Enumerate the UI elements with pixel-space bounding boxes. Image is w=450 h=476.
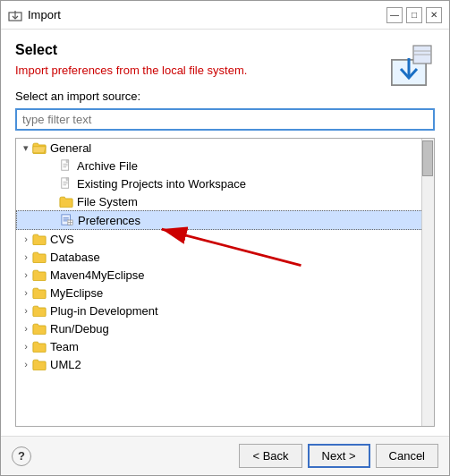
preferences-file-icon	[61, 214, 73, 226]
expand-icon[interactable]: ›	[20, 268, 32, 281]
item-label-uml: UML2	[50, 358, 81, 371]
item-label-cvs: CVS	[50, 233, 74, 246]
title-bar: Import — □ ✕	[1, 1, 449, 30]
expand-icon[interactable]: ›	[20, 233, 32, 245]
bottom-bar: ? < Back Next > Cancel	[1, 436, 449, 475]
title-bar-left: Import	[8, 8, 61, 22]
item-label-general: General	[50, 141, 91, 155]
close-button[interactable]: ✕	[426, 7, 442, 23]
title-bar-controls: — □ ✕	[386, 7, 442, 23]
tree-item-run-debug[interactable]: › Run/Debug	[16, 319, 434, 337]
tree-item-existing-projects[interactable]: Existing Projects into Workspace	[16, 174, 434, 192]
item-label-archive-file: Archive File	[77, 159, 138, 173]
svg-marker-14	[66, 178, 69, 181]
item-label-maven4myeclipse: Maven4MyEclipse	[50, 268, 145, 282]
page-title: Select	[15, 42, 379, 58]
file-icon	[59, 158, 73, 173]
expand-icon[interactable]: ›	[20, 304, 32, 317]
back-button[interactable]: < Back	[239, 444, 301, 468]
tree-item-myeclipse[interactable]: › MyEclipse	[16, 284, 434, 302]
folder-icon	[32, 234, 47, 245]
maximize-button[interactable]: □	[406, 7, 422, 23]
folder-icon	[32, 359, 47, 370]
item-label-file-system: File System	[77, 195, 138, 208]
bottom-right: < Back Next > Cancel	[239, 444, 438, 468]
expand-icon[interactable]: ›	[20, 358, 32, 370]
expand-icon[interactable]: ›	[20, 340, 32, 353]
folder-icon	[32, 268, 47, 282]
tree-item-general[interactable]: ▾ General	[16, 139, 434, 157]
cancel-button[interactable]: Cancel	[376, 444, 438, 468]
tree-item-preferences[interactable]: Preferences	[16, 210, 434, 230]
folder-open-icon	[32, 142, 47, 154]
folder-icon	[32, 285, 47, 300]
folder-icon	[59, 194, 73, 208]
file-icon	[59, 176, 73, 191]
expand-icon[interactable]: ›	[20, 251, 32, 263]
file-icon	[60, 177, 72, 190]
header-area: Select Import preferences from the local…	[15, 42, 435, 89]
folder-icon	[32, 357, 47, 371]
item-label-existing-projects: Existing Projects into Workspace	[77, 177, 246, 191]
tree-container[interactable]: ▾ General Archive File Existing Projects…	[15, 138, 435, 427]
folder-icon	[32, 250, 47, 264]
file-icon	[60, 159, 72, 172]
scrollbar-track[interactable]	[421, 139, 434, 426]
item-label-plug-in-development: Plug-in Development	[50, 304, 158, 318]
folder-icon	[32, 321, 47, 336]
window-title: Import	[28, 8, 61, 21]
item-label-myeclipse: MyEclipse	[50, 286, 103, 300]
svg-marker-9	[66, 160, 69, 163]
folder-icon	[32, 339, 47, 353]
expand-icon[interactable]: ›	[20, 322, 32, 335]
collapse-icon[interactable]: ▾	[20, 141, 32, 154]
import-graphic-icon	[388, 42, 435, 89]
folder-icon	[32, 303, 47, 318]
subtitle: Import preferences from the local file s…	[15, 64, 379, 77]
item-label-database: Database	[50, 251, 100, 264]
tree-item-file-system[interactable]: File System	[16, 192, 434, 210]
folder-open-icon	[32, 140, 47, 155]
tree-item-team[interactable]: › Team	[16, 337, 434, 355]
scrollbar-thumb[interactable]	[422, 140, 433, 176]
folder-icon	[32, 251, 47, 263]
content-area: Select Import preferences from the local…	[1, 30, 449, 436]
folder-icon	[32, 232, 47, 246]
header-text: Select Import preferences from the local…	[15, 42, 379, 89]
folder-icon	[32, 287, 47, 299]
item-label-preferences: Preferences	[78, 214, 140, 227]
item-label-run-debug: Run/Debug	[50, 322, 109, 336]
folder-icon	[32, 323, 47, 335]
tree-item-uml[interactable]: › UML2	[16, 355, 434, 373]
tree-item-maven4myeclipse[interactable]: › Maven4MyEclipse	[16, 266, 434, 284]
bottom-left: ?	[12, 446, 31, 466]
window-icon	[8, 8, 22, 22]
minimize-button[interactable]: —	[386, 7, 403, 23]
tree-item-archive-file[interactable]: Archive File	[16, 157, 434, 174]
filter-input[interactable]	[15, 108, 435, 131]
folder-icon	[32, 341, 47, 353]
section-label: Select an import source:	[15, 89, 435, 103]
folder-icon	[59, 196, 73, 208]
tree-item-cvs[interactable]: › CVS	[16, 230, 434, 248]
tree-item-database[interactable]: › Database	[16, 248, 434, 266]
folder-icon	[32, 305, 47, 317]
tree-item-plug-in-development[interactable]: › Plug-in Development	[16, 302, 434, 319]
import-window: Import — □ ✕ Select Import preferences f…	[0, 0, 450, 476]
item-label-team: Team	[50, 340, 79, 353]
next-button[interactable]: Next >	[308, 444, 370, 468]
file-pref-icon	[60, 213, 74, 227]
expand-icon[interactable]: ›	[20, 286, 32, 299]
folder-icon	[32, 269, 47, 281]
tree-list: ▾ General Archive File Existing Projects…	[16, 139, 434, 373]
help-button[interactable]: ?	[12, 446, 31, 466]
